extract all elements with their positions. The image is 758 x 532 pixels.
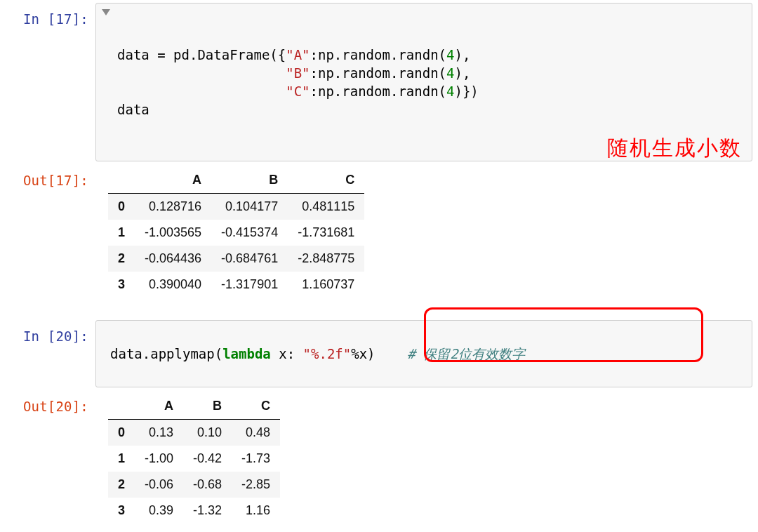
cell-in-20: In [20]: data.applymap(lambda x: "%.2f"%… (6, 320, 752, 387)
table-row: 30.39-1.321.16 (108, 498, 280, 524)
col-B: B (211, 167, 288, 194)
table-row: 1-1.003565-0.415374-1.731681 (108, 220, 364, 246)
prompt-out-17: Out[17]: (6, 164, 95, 189)
col-C: C (288, 167, 364, 194)
table-row: 2-0.06-0.68-2.85 (108, 472, 280, 498)
table-row: 30.390040-1.3179011.160737 (108, 272, 364, 298)
table-header-row: A B C (108, 393, 280, 420)
output-20: A B C 00.130.100.48 1-1.00-0.42-1.73 2-0… (95, 390, 752, 524)
prompt-out-20: Out[20]: (6, 390, 95, 415)
col-C: C (232, 393, 280, 420)
prompt-in-20: In [20]: (6, 320, 95, 345)
code-input-17[interactable]: data = pd.DataFrame({"A":np.random.randn… (95, 3, 752, 161)
cell-out-20: Out[20]: A B C 00.130.100.48 1-1.00-0.42… (6, 390, 752, 524)
jupyter-notebook: In [17]: data = pd.DataFrame({"A":np.ran… (0, 0, 758, 532)
table-row: 1-1.00-0.42-1.73 (108, 446, 280, 472)
col-B: B (183, 393, 232, 420)
annotation-highlight-box (424, 307, 703, 362)
table-header-row: A B C (108, 167, 364, 194)
dataframe-table-17: A B C 00.1287160.1041770.481115 1-1.0035… (108, 167, 364, 298)
collapse-arrow-icon[interactable] (102, 9, 110, 15)
output-17: A B C 00.1287160.1041770.481115 1-1.0035… (95, 164, 752, 298)
col-A: A (135, 167, 211, 194)
prompt-in-17: In [17]: (6, 3, 95, 28)
table-row: 00.1287160.1041770.481115 (108, 194, 364, 220)
cell-in-17: In [17]: data = pd.DataFrame({"A":np.ran… (6, 3, 752, 161)
col-A: A (135, 393, 183, 420)
table-row: 2-0.064436-0.684761-2.848775 (108, 246, 364, 272)
table-row: 00.130.100.48 (108, 420, 280, 446)
cell-out-17: Out[17]: A B C 00.1287160.1041770.481115… (6, 164, 752, 298)
annotation-random-decimal: 随机生成小数 (607, 137, 742, 159)
dataframe-table-20: A B C 00.130.100.48 1-1.00-0.42-1.73 2-0… (108, 393, 280, 524)
